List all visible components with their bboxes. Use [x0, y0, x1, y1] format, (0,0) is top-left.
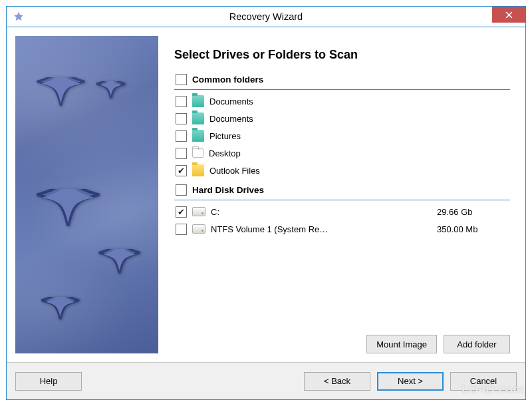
checkbox[interactable]: [176, 165, 187, 176]
add-folder-button[interactable]: Add folder: [444, 335, 510, 353]
action-row: Mount Image Add folder: [174, 328, 510, 353]
item-size: 29.66 Gb: [437, 207, 510, 217]
folder-icon: [192, 164, 204, 176]
drive-icon: [192, 224, 205, 234]
help-button[interactable]: Help: [15, 372, 82, 391]
folder-icon: [192, 95, 204, 107]
folder-icon: [192, 112, 204, 124]
divider: [174, 89, 510, 90]
list-item[interactable]: Outlook Files: [174, 162, 510, 179]
page-title: Select Drives or Folders to Scan: [174, 48, 510, 62]
checkbox[interactable]: [176, 148, 187, 159]
checkbox[interactable]: [176, 96, 187, 107]
checkbox[interactable]: [176, 206, 187, 218]
star-icon: [94, 81, 128, 116]
section-common-folders[interactable]: Common folders: [174, 73, 510, 88]
checkbox[interactable]: [176, 224, 187, 235]
list-item[interactable]: NTFS Volume 1 (System Re… 350.00 Mb: [174, 220, 510, 238]
wizard-window: Recovery Wizard Select Drives or Folders…: [6, 6, 526, 400]
checkbox[interactable]: [176, 130, 187, 142]
checkbox-common-folders[interactable]: [176, 74, 187, 85]
sidebar-art: [15, 36, 158, 353]
mount-image-button[interactable]: Mount Image: [366, 335, 437, 353]
item-label: Pictures: [209, 131, 510, 141]
back-button[interactable]: < Back: [304, 372, 370, 391]
content-area: Select Drives or Folders to Scan Common …: [7, 27, 525, 362]
item-label: Documents: [209, 114, 510, 124]
item-label: Outlook Files: [209, 166, 510, 176]
drive-icon: [192, 207, 205, 216]
item-label: Documents: [209, 97, 510, 106]
cancel-button[interactable]: Cancel: [450, 372, 517, 391]
folder-icon: [192, 148, 203, 158]
section-label: Hard Disk Drives: [192, 185, 264, 195]
list-item[interactable]: Documents: [174, 93, 510, 110]
list-item[interactable]: C: 29.66 Gb: [174, 203, 510, 220]
window-title: Recovery Wizard: [229, 11, 303, 22]
section-hard-drives[interactable]: Hard Disk Drives: [174, 183, 510, 198]
star-icon: [38, 297, 83, 342]
section-label: Common folders: [192, 75, 263, 85]
checkbox[interactable]: [176, 113, 187, 124]
wizard-body: Select Drives or Folders to Scan Common …: [7, 27, 525, 399]
divider: [174, 200, 510, 200]
app-icon: [13, 11, 25, 23]
checkbox-hard-drives[interactable]: [176, 184, 187, 196]
titlebar: Recovery Wizard: [7, 7, 525, 27]
list-item[interactable]: Desktop: [174, 144, 510, 162]
list-item[interactable]: Pictures: [174, 127, 510, 144]
item-label: NTFS Volume 1 (System Re…: [211, 224, 432, 234]
star-icon: [95, 249, 144, 298]
wizard-footer: Help < Back Next > Cancel: [7, 362, 525, 399]
star-icon: [33, 77, 90, 134]
list-item[interactable]: Documents: [174, 110, 510, 127]
close-button[interactable]: [492, 7, 525, 23]
item-size: 350.00 Mb: [437, 224, 510, 234]
folder-icon: [192, 130, 204, 142]
close-icon: [505, 11, 513, 19]
next-button[interactable]: Next >: [377, 372, 444, 391]
main-panel: Select Drives or Folders to Scan Common …: [168, 36, 517, 353]
item-label: C:: [211, 207, 432, 217]
item-label: Desktop: [209, 148, 510, 158]
